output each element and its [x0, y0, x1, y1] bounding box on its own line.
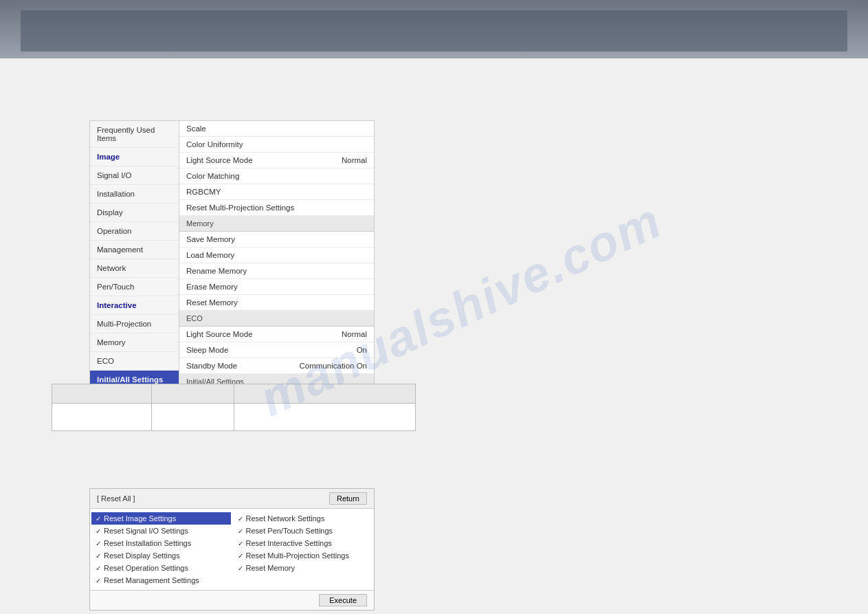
menu-row-sleep-mode[interactable]: Sleep Mode On	[179, 342, 374, 358]
check-icon: ✓	[96, 515, 101, 523]
table-header-col1	[52, 384, 152, 404]
reset-dialog-footer: Execute	[90, 590, 374, 610]
reset-dialog-header: [ Reset All ] Return	[90, 489, 374, 509]
reset-option-display[interactable]: ✓ Reset Display Settings	[96, 549, 227, 562]
sidebar-item-signal-io[interactable]: Signal I/O	[90, 166, 179, 185]
check-icon: ✓	[96, 577, 101, 584]
reset-dialog: [ Reset All ] Return ✓ Reset Image Setti…	[89, 488, 375, 611]
table-header-col2	[151, 384, 234, 404]
sidebar-item-network[interactable]: Network	[90, 259, 179, 278]
section-memory: Memory	[179, 216, 374, 232]
sidebar-item-eco[interactable]: ECO	[90, 352, 179, 371]
table-cell-col1	[52, 404, 152, 431]
sidebar-item-operation[interactable]: Operation	[90, 222, 179, 241]
check-icon: ✓	[238, 552, 243, 560]
menu-row-rename-memory[interactable]: Rename Memory	[179, 263, 374, 279]
menu-row-scale[interactable]: Scale	[179, 121, 374, 137]
reset-option-operation[interactable]: ✓ Reset Operation Settings	[96, 562, 227, 574]
reset-option-management[interactable]: ✓ Reset Management Settings	[96, 574, 227, 586]
reset-option-pen-touch[interactable]: ✓ Reset Pen/Touch Settings	[238, 525, 369, 537]
check-icon: ✓	[96, 552, 101, 560]
sidebar-item-memory[interactable]: Memory	[90, 333, 179, 352]
reset-option-interactive[interactable]: ✓ Reset Interactive Settings	[238, 537, 369, 549]
menu-row-color-matching[interactable]: Color Matching	[179, 168, 374, 184]
sidebar-item-frequently-used[interactable]: Frequently Used Items	[90, 121, 179, 148]
menu-row-save-memory[interactable]: Save Memory	[179, 232, 374, 248]
sidebar-item-display[interactable]: Display	[90, 204, 179, 222]
menu-row-rgbcmy[interactable]: RGBCMY	[179, 184, 374, 200]
menu-row-standby-mode[interactable]: Standby Mode Communication On	[179, 358, 374, 374]
table-cell-col3	[234, 404, 416, 431]
menu-sidebar: Frequently Used Items Image Signal I/O I…	[90, 121, 179, 406]
check-icon: ✓	[238, 540, 243, 547]
header-inner	[21, 10, 847, 52]
table-cell-col2	[151, 404, 234, 431]
reset-option-image-settings[interactable]: ✓ Reset Image Settings	[91, 512, 231, 525]
check-icon: ✓	[238, 515, 243, 523]
menu-row-color-uniformity[interactable]: Color Uniformity	[179, 137, 374, 153]
check-icon: ✓	[96, 540, 101, 547]
sidebar-item-installation[interactable]: Installation	[90, 185, 179, 204]
menu-row-reset-memory[interactable]: Reset Memory	[179, 295, 374, 311]
check-icon: ✓	[238, 527, 243, 535]
menu-row-erase-memory[interactable]: Erase Memory	[179, 279, 374, 295]
reset-dialog-title: [ Reset All ]	[97, 494, 135, 503]
check-icon: ✓	[96, 564, 101, 572]
table-header-col3	[234, 384, 416, 404]
reset-options: ✓ Reset Image Settings ✓ Reset Signal I/…	[90, 509, 374, 590]
reset-option-multi-projection[interactable]: ✓ Reset Multi-Projection Settings	[238, 549, 369, 562]
sidebar-item-interactive[interactable]: Interactive	[90, 296, 179, 315]
reset-col-left: ✓ Reset Image Settings ✓ Reset Signal I/…	[90, 509, 232, 590]
menu-panel: Frequently Used Items Image Signal I/O I…	[89, 120, 375, 406]
menu-row-eco-light-source-mode[interactable]: Light Source Mode Normal	[179, 327, 374, 342]
menu-row-load-memory[interactable]: Load Memory	[179, 248, 374, 263]
menu-row-reset-multi-projection[interactable]: Reset Multi-Projection Settings	[179, 200, 374, 216]
menu-row-light-source-mode[interactable]: Light Source Mode Normal	[179, 153, 374, 168]
section-eco: ECO	[179, 311, 374, 327]
header-bar	[0, 0, 868, 58]
info-table	[52, 384, 416, 431]
sidebar-item-image[interactable]: Image	[90, 148, 179, 166]
menu-content: Scale Color Uniformity Light Source Mode…	[179, 121, 374, 406]
reset-option-installation[interactable]: ✓ Reset Installation Settings	[96, 537, 227, 549]
execute-button[interactable]: Execute	[319, 594, 367, 606]
reset-col-right: ✓ Reset Network Settings ✓ Reset Pen/Tou…	[232, 509, 375, 590]
sidebar-item-pen-touch[interactable]: Pen/Touch	[90, 278, 179, 296]
sidebar-item-multi-projection[interactable]: Multi-Projection	[90, 315, 179, 333]
reset-option-memory[interactable]: ✓ Reset Memory	[238, 562, 369, 574]
reset-option-signal-io[interactable]: ✓ Reset Signal I/O Settings	[96, 525, 227, 537]
reset-option-network[interactable]: ✓ Reset Network Settings	[238, 512, 369, 525]
check-icon: ✓	[238, 564, 243, 572]
return-button[interactable]: Return	[329, 492, 367, 505]
check-icon: ✓	[96, 527, 101, 535]
sidebar-item-management[interactable]: Management	[90, 241, 179, 259]
